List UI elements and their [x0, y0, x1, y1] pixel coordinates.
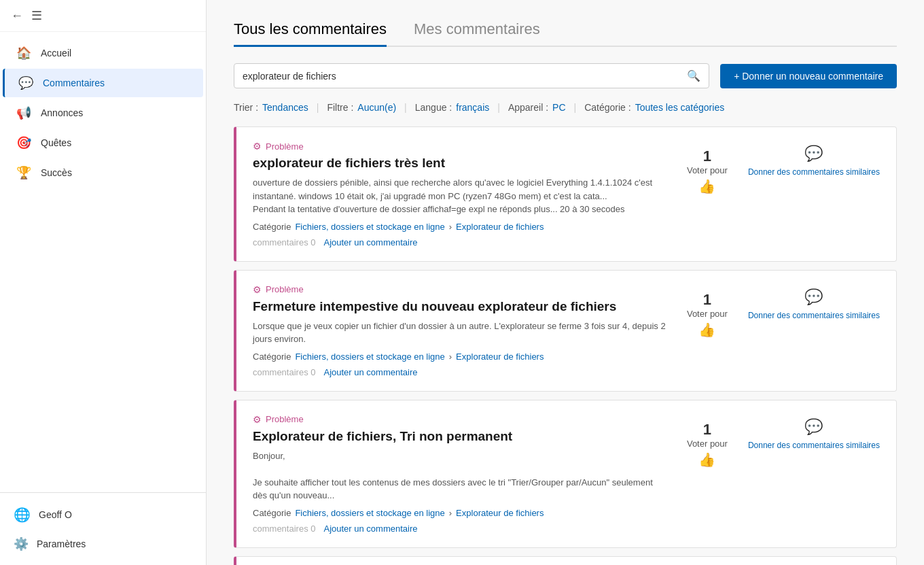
- category-label-1: Catégorie: [253, 352, 291, 362]
- card-main-2: ⚙ Problème Explorateur de fichiers, Tri …: [253, 414, 667, 534]
- card-vote-2: 1 Voter pour 👍: [680, 414, 734, 534]
- cat-link1-1[interactable]: Fichiers, dossiers et stockage en ligne: [295, 352, 444, 362]
- card-type-label-2: Problème: [266, 414, 304, 424]
- card-3: ⚙ Problème Explorateur de fichiers plant…: [234, 556, 897, 566]
- search-input[interactable]: [243, 71, 681, 82]
- card-title-1[interactable]: Fermeture intempestive du nouveau explor…: [253, 299, 667, 314]
- langue-label: Langue :: [415, 102, 452, 113]
- add-comment-link-0[interactable]: Ajouter un commentaire: [323, 237, 417, 247]
- sidebar-label-commentaires: Commentaires: [43, 78, 105, 88]
- card-main-0: ⚙ Problème explorateur de fichiers très …: [253, 141, 667, 247]
- card-vote-0: 1 Voter pour 👍: [680, 141, 734, 247]
- filtre-label: Filtre :: [327, 102, 353, 113]
- card-type-label-0: Problème: [266, 141, 304, 152]
- card-main-1: ⚙ Problème Fermeture intempestive du nou…: [253, 284, 667, 377]
- comments-label-1: commentaires 0: [253, 367, 315, 377]
- card-1: ⚙ Problème Fermeture intempestive du nou…: [234, 270, 897, 392]
- separator-2: |: [404, 102, 407, 113]
- vote-count-0: 1: [703, 148, 711, 165]
- card-type-2: ⚙ Problème: [253, 414, 667, 425]
- vote-thumb-1[interactable]: 👍: [698, 322, 715, 338]
- cat-arrow-1: ›: [449, 352, 452, 362]
- sidebar-settings[interactable]: ⚙️ Paramètres: [0, 530, 206, 558]
- card-footer-2: commentaires 0 Ajouter un commentaire: [253, 524, 667, 534]
- categorie-value[interactable]: Toutes les catégories: [635, 102, 725, 113]
- card-type-0: ⚙ Problème: [253, 141, 667, 152]
- card-category-1: Catégorie Fichiers, dossiers et stockage…: [253, 352, 667, 362]
- back-button[interactable]: ←: [11, 9, 23, 23]
- cat-link2-1[interactable]: Explorateur de fichiers: [456, 352, 544, 362]
- problem-icon-2: ⚙: [253, 414, 262, 425]
- problem-icon-0: ⚙: [253, 141, 262, 152]
- card-desc-2: Bonjour,Je souhaite afficher tout les co…: [253, 449, 667, 502]
- card-similar-0[interactable]: 💬 Donner des commentaires similaires: [748, 141, 880, 247]
- sidebar-item-annonces[interactable]: 📢 Annonces: [3, 99, 203, 127]
- cards-container: ⚙ Problème explorateur de fichiers très …: [234, 126, 897, 565]
- vote-count-2: 1: [703, 421, 711, 439]
- vote-label-0: Voter pour: [687, 165, 728, 175]
- sidebar-nav-items: 🏠 Accueil💬 Commentaires📢 Annonces🎯 Quête…: [0, 39, 206, 187]
- card-desc-0: ouverture de dossiers pénible, ainsi que…: [253, 176, 667, 216]
- new-comment-button[interactable]: + Donner un nouveau commentaire: [720, 64, 897, 88]
- cat-link2-0[interactable]: Explorateur de fichiers: [456, 222, 544, 232]
- card-title-2[interactable]: Explorateur de fichiers, Tri non permane…: [253, 429, 667, 444]
- separator-3: |: [497, 102, 500, 113]
- langue-value[interactable]: français: [456, 102, 489, 113]
- category-label-2: Catégorie: [253, 508, 291, 518]
- filtre-value[interactable]: Aucun(e): [357, 102, 396, 113]
- settings-label: Paramètres: [37, 538, 86, 549]
- cat-arrow-2: ›: [449, 508, 452, 518]
- card-title-0[interactable]: explorateur de fichiers très lent: [253, 156, 667, 171]
- add-comment-link-1[interactable]: Ajouter un commentaire: [323, 367, 417, 377]
- similar-icon-1: 💬: [804, 288, 823, 306]
- sidebar: ← ☰ 🏠 Accueil💬 Commentaires📢 Annonces🎯 Q…: [0, 0, 207, 565]
- user-globe-icon: 🌐: [14, 507, 31, 523]
- similar-icon-2: 💬: [804, 418, 823, 436]
- categorie-label: Catégorie :: [584, 102, 630, 113]
- succes-icon: 🏆: [16, 165, 31, 180]
- cat-arrow-0: ›: [449, 222, 452, 232]
- tab-tous[interactable]: Tous les commentaires: [234, 20, 387, 47]
- comments-label-0: commentaires 0: [253, 237, 315, 247]
- cat-link1-0[interactable]: Fichiers, dossiers et stockage en ligne: [295, 222, 444, 232]
- separator-1: |: [317, 102, 319, 113]
- problem-icon-1: ⚙: [253, 284, 262, 295]
- vote-label-2: Voter pour: [687, 439, 728, 449]
- card-category-2: Catégorie Fichiers, dossiers et stockage…: [253, 508, 667, 518]
- commentaires-icon: 💬: [18, 75, 33, 90]
- cat-link2-2[interactable]: Explorateur de fichiers: [456, 508, 544, 518]
- trier-label: Trier :: [234, 102, 258, 113]
- card-category-0: Catégorie Fichiers, dossiers et stockage…: [253, 222, 667, 232]
- vote-label-1: Voter pour: [687, 309, 728, 319]
- similar-label-0: Donner des commentaires similaires: [748, 167, 880, 178]
- vote-thumb-0[interactable]: 👍: [698, 178, 715, 194]
- menu-icon[interactable]: ☰: [31, 8, 42, 23]
- search-bar-row: 🔍 + Donner un nouveau commentaire: [234, 63, 897, 88]
- sidebar-top: ← ☰: [0, 0, 206, 32]
- card-similar-1[interactable]: 💬 Donner des commentaires similaires: [748, 284, 880, 377]
- add-comment-link-2[interactable]: Ajouter un commentaire: [323, 524, 417, 534]
- sidebar-item-succes[interactable]: 🏆 Succès: [3, 158, 203, 187]
- card-footer-0: commentaires 0 Ajouter un commentaire: [253, 237, 667, 247]
- sidebar-item-commentaires[interactable]: 💬 Commentaires: [3, 69, 203, 97]
- similar-label-1: Donner des commentaires similaires: [748, 310, 880, 322]
- card-type-1: ⚙ Problème: [253, 284, 667, 295]
- card-similar-2[interactable]: 💬 Donner des commentaires similaires: [748, 414, 880, 534]
- vote-thumb-2[interactable]: 👍: [698, 451, 715, 468]
- sidebar-label-quetes: Quêtes: [41, 137, 71, 148]
- sidebar-item-quetes[interactable]: 🎯 Quêtes: [3, 129, 203, 157]
- search-bar: 🔍: [234, 63, 709, 88]
- sidebar-user[interactable]: 🌐 Geoff O: [0, 500, 206, 530]
- similar-label-2: Donner des commentaires similaires: [748, 440, 880, 451]
- settings-icon: ⚙️: [14, 536, 29, 551]
- filters-row: Trier : Tendances | Filtre : Aucun(e) | …: [234, 102, 897, 113]
- trier-value[interactable]: Tendances: [262, 102, 308, 113]
- card-0: ⚙ Problème explorateur de fichiers très …: [234, 126, 897, 262]
- appareil-value[interactable]: PC: [552, 102, 565, 113]
- card-2: ⚙ Problème Explorateur de fichiers, Tri …: [234, 400, 897, 548]
- tab-mes[interactable]: Mes commentaires: [414, 20, 540, 47]
- cat-link1-2[interactable]: Fichiers, dossiers et stockage en ligne: [295, 508, 444, 518]
- appareil-label: Appareil :: [508, 102, 548, 113]
- sidebar-item-accueil[interactable]: 🏠 Accueil: [3, 39, 203, 67]
- sidebar-label-accueil: Accueil: [41, 48, 71, 58]
